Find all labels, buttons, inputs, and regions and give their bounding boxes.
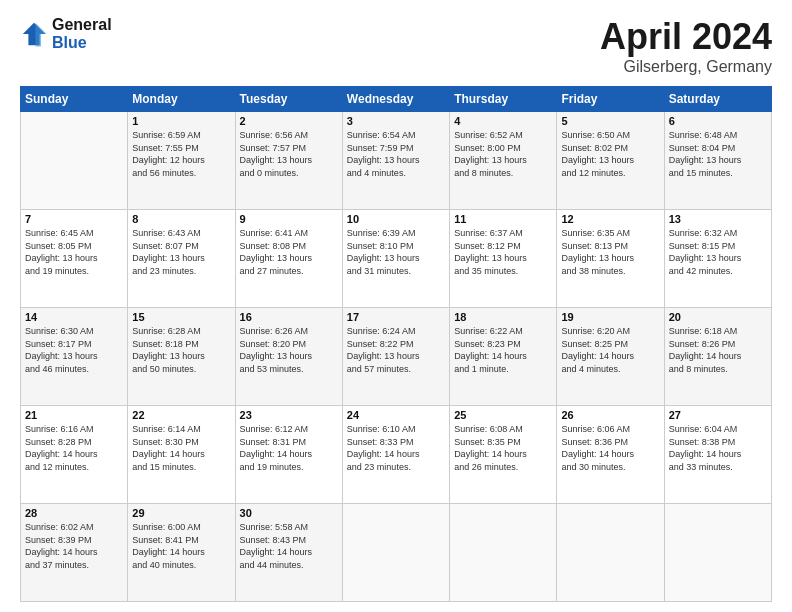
weekday-header-tuesday: Tuesday	[235, 87, 342, 112]
day-info: Sunrise: 6:12 AM Sunset: 8:31 PM Dayligh…	[240, 423, 338, 473]
day-info: Sunrise: 6:48 AM Sunset: 8:04 PM Dayligh…	[669, 129, 767, 179]
calendar-cell: 18Sunrise: 6:22 AM Sunset: 8:23 PM Dayli…	[450, 308, 557, 406]
calendar-cell: 12Sunrise: 6:35 AM Sunset: 8:13 PM Dayli…	[557, 210, 664, 308]
day-number: 13	[669, 213, 767, 225]
day-info: Sunrise: 6:45 AM Sunset: 8:05 PM Dayligh…	[25, 227, 123, 277]
location: Gilserberg, Germany	[600, 58, 772, 76]
calendar-cell: 24Sunrise: 6:10 AM Sunset: 8:33 PM Dayli…	[342, 406, 449, 504]
day-info: Sunrise: 6:32 AM Sunset: 8:15 PM Dayligh…	[669, 227, 767, 277]
day-number: 6	[669, 115, 767, 127]
calendar-cell: 6Sunrise: 6:48 AM Sunset: 8:04 PM Daylig…	[664, 112, 771, 210]
day-number: 12	[561, 213, 659, 225]
week-row-2: 7Sunrise: 6:45 AM Sunset: 8:05 PM Daylig…	[21, 210, 772, 308]
day-number: 9	[240, 213, 338, 225]
day-number: 20	[669, 311, 767, 323]
week-row-5: 28Sunrise: 6:02 AM Sunset: 8:39 PM Dayli…	[21, 504, 772, 602]
day-number: 16	[240, 311, 338, 323]
day-info: Sunrise: 6:59 AM Sunset: 7:55 PM Dayligh…	[132, 129, 230, 179]
day-info: Sunrise: 6:39 AM Sunset: 8:10 PM Dayligh…	[347, 227, 445, 277]
day-info: Sunrise: 6:14 AM Sunset: 8:30 PM Dayligh…	[132, 423, 230, 473]
day-number: 14	[25, 311, 123, 323]
day-info: Sunrise: 6:50 AM Sunset: 8:02 PM Dayligh…	[561, 129, 659, 179]
calendar-cell: 4Sunrise: 6:52 AM Sunset: 8:00 PM Daylig…	[450, 112, 557, 210]
day-number: 7	[25, 213, 123, 225]
logo-text: General Blue	[52, 16, 112, 52]
day-info: Sunrise: 6:37 AM Sunset: 8:12 PM Dayligh…	[454, 227, 552, 277]
weekday-header-sunday: Sunday	[21, 87, 128, 112]
day-info: Sunrise: 6:18 AM Sunset: 8:26 PM Dayligh…	[669, 325, 767, 375]
day-number: 24	[347, 409, 445, 421]
day-info: Sunrise: 6:08 AM Sunset: 8:35 PM Dayligh…	[454, 423, 552, 473]
calendar-cell: 2Sunrise: 6:56 AM Sunset: 7:57 PM Daylig…	[235, 112, 342, 210]
day-info: Sunrise: 6:04 AM Sunset: 8:38 PM Dayligh…	[669, 423, 767, 473]
day-info: Sunrise: 5:58 AM Sunset: 8:43 PM Dayligh…	[240, 521, 338, 571]
day-info: Sunrise: 6:52 AM Sunset: 8:00 PM Dayligh…	[454, 129, 552, 179]
day-number: 27	[669, 409, 767, 421]
calendar-cell: 27Sunrise: 6:04 AM Sunset: 8:38 PM Dayli…	[664, 406, 771, 504]
day-number: 29	[132, 507, 230, 519]
weekday-header-monday: Monday	[128, 87, 235, 112]
day-info: Sunrise: 6:54 AM Sunset: 7:59 PM Dayligh…	[347, 129, 445, 179]
day-number: 17	[347, 311, 445, 323]
day-number: 25	[454, 409, 552, 421]
calendar-cell: 23Sunrise: 6:12 AM Sunset: 8:31 PM Dayli…	[235, 406, 342, 504]
calendar-cell: 9Sunrise: 6:41 AM Sunset: 8:08 PM Daylig…	[235, 210, 342, 308]
calendar-cell	[21, 112, 128, 210]
calendar-cell: 13Sunrise: 6:32 AM Sunset: 8:15 PM Dayli…	[664, 210, 771, 308]
calendar-cell: 25Sunrise: 6:08 AM Sunset: 8:35 PM Dayli…	[450, 406, 557, 504]
calendar-cell: 1Sunrise: 6:59 AM Sunset: 7:55 PM Daylig…	[128, 112, 235, 210]
calendar-cell	[557, 504, 664, 602]
day-number: 23	[240, 409, 338, 421]
calendar-cell: 16Sunrise: 6:26 AM Sunset: 8:20 PM Dayli…	[235, 308, 342, 406]
day-number: 8	[132, 213, 230, 225]
day-number: 3	[347, 115, 445, 127]
day-number: 1	[132, 115, 230, 127]
calendar-cell: 10Sunrise: 6:39 AM Sunset: 8:10 PM Dayli…	[342, 210, 449, 308]
day-info: Sunrise: 6:41 AM Sunset: 8:08 PM Dayligh…	[240, 227, 338, 277]
day-info: Sunrise: 6:43 AM Sunset: 8:07 PM Dayligh…	[132, 227, 230, 277]
day-number: 10	[347, 213, 445, 225]
day-info: Sunrise: 6:16 AM Sunset: 8:28 PM Dayligh…	[25, 423, 123, 473]
day-info: Sunrise: 6:02 AM Sunset: 8:39 PM Dayligh…	[25, 521, 123, 571]
month-title: April 2024	[600, 16, 772, 58]
day-number: 22	[132, 409, 230, 421]
calendar-cell: 29Sunrise: 6:00 AM Sunset: 8:41 PM Dayli…	[128, 504, 235, 602]
day-number: 4	[454, 115, 552, 127]
calendar-cell: 7Sunrise: 6:45 AM Sunset: 8:05 PM Daylig…	[21, 210, 128, 308]
day-number: 15	[132, 311, 230, 323]
header: General Blue April 2024 Gilserberg, Germ…	[20, 16, 772, 76]
calendar-cell: 19Sunrise: 6:20 AM Sunset: 8:25 PM Dayli…	[557, 308, 664, 406]
calendar-cell: 28Sunrise: 6:02 AM Sunset: 8:39 PM Dayli…	[21, 504, 128, 602]
day-info: Sunrise: 6:06 AM Sunset: 8:36 PM Dayligh…	[561, 423, 659, 473]
page: General Blue April 2024 Gilserberg, Germ…	[0, 0, 792, 612]
weekday-header-row: SundayMondayTuesdayWednesdayThursdayFrid…	[21, 87, 772, 112]
day-info: Sunrise: 6:30 AM Sunset: 8:17 PM Dayligh…	[25, 325, 123, 375]
week-row-3: 14Sunrise: 6:30 AM Sunset: 8:17 PM Dayli…	[21, 308, 772, 406]
day-info: Sunrise: 6:26 AM Sunset: 8:20 PM Dayligh…	[240, 325, 338, 375]
logo: General Blue	[20, 16, 112, 52]
day-number: 28	[25, 507, 123, 519]
day-number: 26	[561, 409, 659, 421]
day-info: Sunrise: 6:10 AM Sunset: 8:33 PM Dayligh…	[347, 423, 445, 473]
calendar-cell: 14Sunrise: 6:30 AM Sunset: 8:17 PM Dayli…	[21, 308, 128, 406]
day-info: Sunrise: 6:35 AM Sunset: 8:13 PM Dayligh…	[561, 227, 659, 277]
calendar-table: SundayMondayTuesdayWednesdayThursdayFrid…	[20, 86, 772, 602]
day-number: 19	[561, 311, 659, 323]
calendar-cell: 21Sunrise: 6:16 AM Sunset: 8:28 PM Dayli…	[21, 406, 128, 504]
calendar-cell: 8Sunrise: 6:43 AM Sunset: 8:07 PM Daylig…	[128, 210, 235, 308]
day-number: 30	[240, 507, 338, 519]
day-info: Sunrise: 6:22 AM Sunset: 8:23 PM Dayligh…	[454, 325, 552, 375]
day-number: 11	[454, 213, 552, 225]
calendar-cell: 26Sunrise: 6:06 AM Sunset: 8:36 PM Dayli…	[557, 406, 664, 504]
day-number: 21	[25, 409, 123, 421]
calendar-cell	[342, 504, 449, 602]
svg-marker-1	[35, 23, 46, 47]
calendar-cell	[664, 504, 771, 602]
calendar-cell: 3Sunrise: 6:54 AM Sunset: 7:59 PM Daylig…	[342, 112, 449, 210]
calendar-cell: 22Sunrise: 6:14 AM Sunset: 8:30 PM Dayli…	[128, 406, 235, 504]
day-info: Sunrise: 6:00 AM Sunset: 8:41 PM Dayligh…	[132, 521, 230, 571]
logo-icon	[20, 20, 48, 48]
calendar-cell: 11Sunrise: 6:37 AM Sunset: 8:12 PM Dayli…	[450, 210, 557, 308]
title-block: April 2024 Gilserberg, Germany	[600, 16, 772, 76]
calendar-cell: 20Sunrise: 6:18 AM Sunset: 8:26 PM Dayli…	[664, 308, 771, 406]
